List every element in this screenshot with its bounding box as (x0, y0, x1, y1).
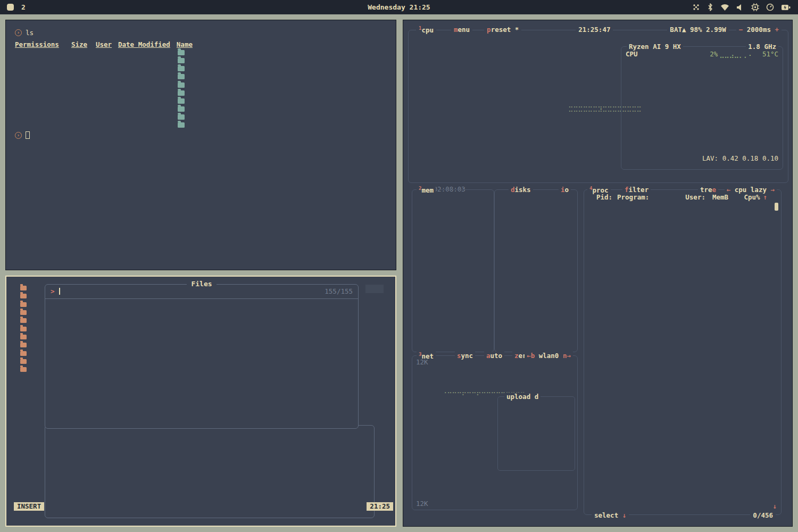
memory-panel-title[interactable]: 2mem (417, 186, 436, 194)
picker-item[interactable] (48, 351, 355, 359)
proc-user (690, 305, 713, 313)
col-pid[interactable]: Pid: (589, 193, 612, 201)
memory-value (417, 290, 489, 298)
process-row[interactable] (589, 313, 767, 321)
process-row[interactable] (589, 225, 767, 233)
folder-icon (178, 58, 185, 63)
proc-select-hint[interactable]: select ↓ (592, 511, 629, 519)
proc-memory (713, 289, 735, 297)
memory-value (417, 218, 489, 226)
col-user[interactable]: User: (685, 193, 707, 201)
process-row[interactable] (589, 458, 767, 466)
file-tree-item[interactable] (14, 284, 49, 292)
picker-item[interactable] (48, 327, 355, 335)
disks-io-toggle[interactable]: io (559, 186, 571, 194)
preset-button[interactable]: preset * (484, 26, 521, 34)
process-row[interactable] (589, 281, 767, 289)
proc-sort-selector[interactable]: ← cpu lazy → (725, 186, 777, 194)
process-row[interactable] (589, 369, 767, 377)
process-row[interactable] (589, 481, 767, 489)
process-row[interactable] (589, 441, 767, 449)
col-memory[interactable]: MemB (708, 193, 728, 201)
disks-panel-title[interactable]: disks (509, 186, 533, 194)
proc-cpu-trail (735, 249, 751, 257)
proc-program (613, 433, 690, 441)
shell-prompt-empty[interactable]: › (15, 131, 396, 139)
picker-item[interactable] (48, 343, 355, 351)
process-row[interactable] (589, 329, 767, 337)
process-row[interactable] (589, 257, 767, 265)
col-program[interactable]: Program: (612, 193, 685, 201)
file-tree-item[interactable] (14, 301, 49, 309)
file-tree-item[interactable] (14, 341, 49, 349)
process-row[interactable] (589, 377, 767, 385)
process-row[interactable] (589, 361, 767, 369)
net-auto-toggle[interactable]: auto (484, 352, 504, 360)
scroll-down-icon[interactable]: ↓ (772, 502, 777, 510)
file-tree-item[interactable] (14, 358, 49, 365)
proc-memory (713, 473, 735, 481)
picker-item[interactable] (48, 384, 355, 392)
tab-cpu[interactable]: 1cpu (416, 26, 436, 34)
net-sync-toggle[interactable]: sync (455, 352, 475, 360)
file-tree-item[interactable] (14, 309, 49, 317)
process-row[interactable] (589, 201, 767, 209)
process-row[interactable] (589, 425, 767, 433)
interval-increase[interactable]: + (775, 26, 779, 34)
sort-direction-icon[interactable]: ↑ (763, 193, 767, 201)
process-row[interactable] (589, 393, 767, 401)
net-interface-switcher[interactable]: ←b wlan0 n→ (525, 352, 573, 360)
file-tree-item[interactable] (14, 333, 49, 341)
picker-item[interactable] (48, 302, 355, 310)
picker-item[interactable] (48, 335, 355, 343)
process-row[interactable] (589, 345, 767, 353)
proc-program (613, 305, 690, 313)
process-row[interactable] (589, 401, 767, 409)
file-tree-item[interactable] (14, 349, 49, 357)
process-row[interactable] (589, 466, 767, 473)
folder-icon (20, 318, 27, 323)
picker-item[interactable] (48, 367, 355, 375)
process-row[interactable] (589, 473, 767, 481)
picker-item[interactable] (48, 376, 355, 384)
file-tree-item[interactable] (14, 317, 49, 325)
proc-filter-button[interactable]: filter (622, 186, 651, 194)
process-row[interactable] (589, 265, 767, 273)
process-row[interactable] (589, 337, 767, 345)
process-row[interactable] (589, 409, 767, 417)
process-row[interactable] (589, 417, 767, 425)
process-row[interactable] (589, 433, 767, 441)
file-tree-item[interactable] (14, 325, 49, 332)
proc-program (613, 401, 690, 409)
process-row[interactable] (589, 449, 767, 457)
picker-item[interactable] (48, 310, 355, 318)
process-row[interactable] (589, 273, 767, 281)
col-cpu[interactable]: Cpu% (744, 193, 760, 201)
process-row[interactable] (589, 305, 767, 313)
process-row[interactable] (589, 249, 767, 257)
picker-item[interactable] (48, 400, 355, 408)
process-row[interactable] (589, 353, 767, 361)
process-row[interactable] (589, 209, 767, 217)
process-row[interactable] (589, 321, 767, 329)
picker-item[interactable] (48, 408, 355, 416)
process-row[interactable] (589, 385, 767, 393)
picker-item[interactable] (48, 359, 355, 367)
file-tree-item[interactable] (14, 292, 49, 300)
process-row[interactable] (589, 297, 767, 305)
file-tree-item[interactable] (14, 365, 49, 373)
proc-cpu-pct (751, 409, 767, 417)
menu-button[interactable]: menu (451, 26, 472, 34)
picker-item[interactable] (48, 392, 355, 400)
picker-search-input[interactable]: > (51, 287, 60, 295)
line-number (54, 438, 65, 446)
process-scrollbar[interactable] (775, 203, 778, 211)
process-row[interactable] (589, 241, 767, 249)
interval-decrease[interactable]: − (739, 26, 743, 34)
proc-tree-toggle[interactable]: tree (698, 186, 718, 194)
preview-line (54, 463, 370, 471)
process-row[interactable] (589, 217, 767, 225)
process-row[interactable] (589, 289, 767, 297)
picker-item[interactable] (48, 319, 355, 327)
process-row[interactable] (589, 233, 767, 241)
